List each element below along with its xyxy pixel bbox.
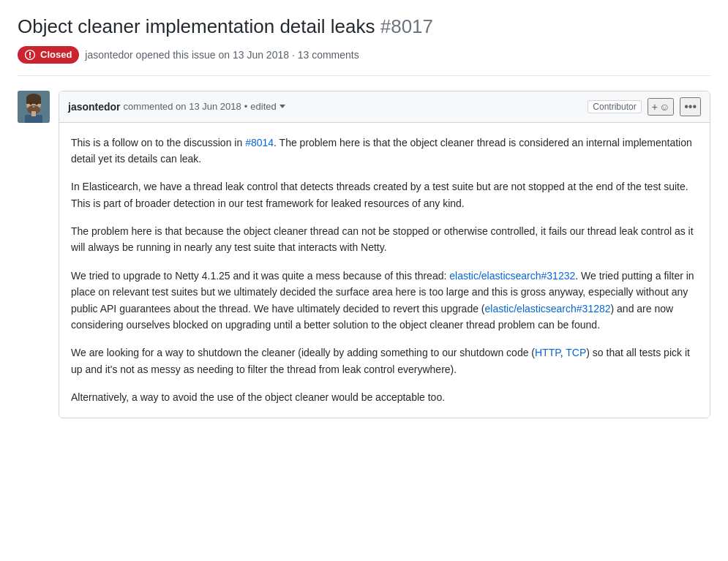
smiley-icon: ☺ <box>659 101 669 113</box>
edited-label: edited <box>250 101 276 112</box>
issue-meta: Closed jasontedor opened this issue on 1… <box>18 46 710 76</box>
issue-meta-text: jasontedor opened this issue on 13 Jun 2… <box>85 49 359 61</box>
comment-header: jasontedor commented on 13 Jun 2018 • ed… <box>59 91 710 123</box>
text-5a: We are looking for a way to shutdown the… <box>71 347 535 358</box>
comment-paragraph-3: The problem here is that because the obj… <box>71 223 698 256</box>
link-31232[interactable]: elastic/elasticsearch#31232 <box>449 270 575 282</box>
comment-header-right: Contributor + ☺ ••• <box>588 97 701 116</box>
avatar-image <box>18 91 50 123</box>
text-3: The problem here is that because the obj… <box>71 225 694 253</box>
link-31282[interactable]: elastic/elasticsearch#31282 <box>485 303 611 315</box>
edited-toggle[interactable]: edited <box>250 101 285 112</box>
link-tcp[interactable]: TCP <box>566 347 586 358</box>
issue-number: #8017 <box>380 15 433 37</box>
comment-paragraph-5: We are looking for a way to shutdown the… <box>71 344 698 377</box>
closed-label: Closed <box>40 49 72 60</box>
more-options-button[interactable]: ••• <box>680 97 701 116</box>
add-emoji-button[interactable]: + ☺ <box>648 98 674 116</box>
chevron-down-icon <box>279 105 285 108</box>
comment-action: commented on 13 Jun 2018 <box>124 101 241 112</box>
text-4a: We tried to upgrade to Netty 4.1.25 and … <box>71 270 449 282</box>
comment-wrapper: jasontedor commented on 13 Jun 2018 • ed… <box>18 91 710 418</box>
comment-body: This is a follow on to the discussion in… <box>59 123 710 418</box>
closed-badge: Closed <box>18 46 79 64</box>
svg-rect-9 <box>31 111 36 116</box>
comment-paragraph-6: Alternatively, a way to avoid the use of… <box>71 389 698 405</box>
text-1a: This is a follow on to the discussion in <box>71 137 245 148</box>
text-2: In Elasticearch, we have a thread leak c… <box>71 181 688 208</box>
svg-rect-3 <box>26 98 41 104</box>
issue-title-text: Object cleaner implementation detail lea… <box>18 15 375 37</box>
comment-paragraph-4: We tried to upgrade to Netty 4.1.25 and … <box>71 268 698 334</box>
closed-icon <box>25 49 37 61</box>
link-8014[interactable]: #8014 <box>245 137 274 148</box>
svg-point-5 <box>30 102 32 105</box>
comment-header-left: jasontedor commented on 13 Jun 2018 • ed… <box>68 101 285 113</box>
plus-icon: + <box>652 101 658 113</box>
comment-paragraph-2: In Elasticearch, we have a thread leak c… <box>71 178 698 211</box>
contributor-badge: Contributor <box>588 100 641 113</box>
more-icon: ••• <box>684 100 697 113</box>
comment-paragraph-1: This is a follow on to the discussion in… <box>71 135 698 167</box>
issue-meta-detail: jasontedor opened this issue on 13 Jun 2… <box>85 49 359 61</box>
comment-author[interactable]: jasontedor <box>68 101 121 113</box>
svg-point-7 <box>33 106 35 108</box>
comment-box: jasontedor commented on 13 Jun 2018 • ed… <box>59 91 710 418</box>
link-http[interactable]: HTTP <box>535 347 560 358</box>
bullet-separator: • <box>244 101 248 112</box>
page-title: Object cleaner implementation detail lea… <box>18 15 710 39</box>
avatar <box>18 91 50 123</box>
text-6: Alternatively, a way to avoid the use of… <box>71 391 445 403</box>
svg-point-6 <box>36 102 38 105</box>
